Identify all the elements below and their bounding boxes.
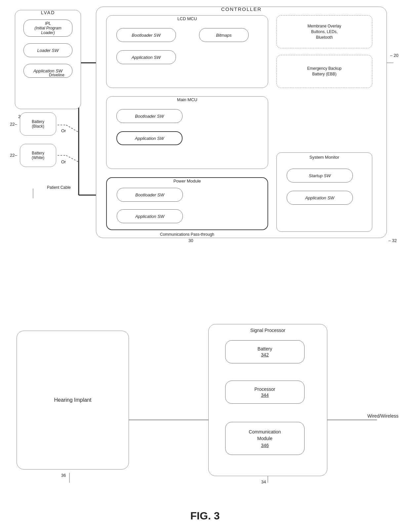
main-appsw-pill: Application SW (116, 131, 183, 145)
lcd-bootloader-label: Bootloader SW (132, 33, 160, 38)
processor-label: Processor (254, 387, 275, 392)
lvad-label: LVAD (15, 10, 81, 15)
lvad-appsw-pill: Application SW (23, 64, 72, 78)
system-monitor-label: System Monitor (277, 155, 372, 160)
battery-white-ref: 22– (10, 153, 17, 158)
or-label-1: Or (61, 128, 66, 133)
emergency-backup-label: Emergency BackupBattery (EBB) (307, 66, 342, 77)
signal-processor-label: Signal Processor (209, 328, 327, 333)
patient-cable-label: Patient Cable (47, 185, 71, 190)
signal-processor-comms-pill: CommunicationModule 346 (225, 422, 305, 455)
lcd-bitmaps-pill: Bitmaps (199, 28, 249, 42)
lvad-container: LVAD IPL(Initial Program Loader) Loader … (15, 10, 81, 109)
battery-label: Battery (258, 346, 272, 351)
power-module-label: Power Module (107, 179, 267, 184)
hearing-implant-container: Hearing Implant (17, 331, 129, 470)
lcd-bitmaps-label: Bitmaps (216, 33, 232, 38)
lvad-loader-label: Loader SW (37, 48, 59, 53)
svg-line-6 (66, 155, 79, 162)
pm-appfw-label: Application SW (135, 214, 164, 219)
battery-white-label: Battery(White) (32, 151, 45, 160)
battery-black-ref: 22– (10, 122, 17, 127)
sm-startup-label: Startup SW (309, 173, 331, 178)
or-label-2: Or (61, 159, 66, 164)
main-mcu-label: Main MCU (106, 97, 268, 102)
lvad-ipl-label: IPL(Initial Program Loader) (30, 21, 66, 35)
system-monitor-container: System Monitor Startup SW Application SW (276, 152, 372, 232)
diagram-area: LVAD IPL(Initial Program Loader) Loader … (0, 0, 410, 532)
main-bootloader-pill: Bootloader SW (116, 109, 183, 123)
membrane-overlay-container: Membrane OverlayButtons, LEDs,Bluetooth (276, 15, 372, 48)
lvad-loader-pill: Loader SW (23, 43, 72, 57)
battery-black-container: Battery(Black) (20, 112, 56, 136)
battery-ref: 342 (261, 352, 268, 357)
signal-processor-ref: 34 (261, 479, 266, 484)
signal-processor-processor-pill: Processor 344 (225, 381, 305, 404)
hearing-implant-ref: 36 (61, 473, 66, 478)
controller-ref: – 20 (390, 53, 398, 58)
processor-ref: 344 (261, 392, 268, 398)
power-module-container: Power Module Bootloader SW Application S… (106, 177, 268, 230)
comms-passthrough-label: Communications Pass-through (107, 232, 267, 237)
fig-label: FIG. 3 (0, 510, 410, 522)
comms-module-label: CommunicationModule (249, 429, 281, 442)
signal-processor-container: Signal Processor Battery 342 Processor 3… (208, 324, 327, 476)
system-monitor-ref: – 32 (389, 238, 397, 243)
sm-appfw-label: Application SW (305, 195, 334, 200)
wired-wireless-label: Wired/Wireless (367, 413, 398, 419)
battery-black-label: Battery(Black) (32, 119, 44, 129)
main-appsw-label: Application SW (135, 136, 164, 141)
emergency-backup-container: Emergency BackupBattery (EBB) (276, 55, 372, 88)
pm-appsw-pill: Application SW (117, 209, 183, 223)
sm-appfw-pill: Application SW (287, 191, 353, 205)
lcd-appsw-label: Application SW (132, 55, 161, 60)
sm-startup-pill: Startup SW (287, 169, 353, 183)
pm-bootloader-pill: Bootloader SW (117, 188, 183, 202)
battery-white-container: Battery(White) (20, 144, 56, 167)
lvad-ipl-pill: IPL(Initial Program Loader) (23, 20, 72, 37)
power-module-ref: 30 (188, 238, 193, 243)
driveline-label: Driveline (49, 73, 64, 77)
pm-bootloader-label: Bootloader SW (135, 192, 164, 197)
hearing-implant-label: Hearing Implant (54, 397, 92, 403)
signal-processor-battery-pill: Battery 342 (225, 340, 305, 363)
membrane-overlay-label: Membrane OverlayButtons, LEDs,Bluetooth (308, 23, 341, 40)
svg-line-4 (66, 125, 79, 132)
comms-module-ref: 346 (261, 443, 268, 448)
lcd-appsw-pill: Application SW (116, 50, 176, 64)
lcd-mcu-container: LCD MCU Bootloader SW Bitmaps Applicatio… (106, 15, 268, 88)
controller-label: CONTROLLER (96, 6, 387, 12)
main-mcu-container: Main MCU Bootloader SW Application SW (106, 96, 268, 169)
controller-container: CONTROLLER LCD MCU Bootloader SW Bitmaps… (96, 7, 387, 238)
main-bootloader-label: Bootloader SW (135, 114, 164, 119)
lcd-mcu-label: LCD MCU (106, 16, 268, 21)
lcd-bootloader-pill: Bootloader SW (116, 28, 176, 42)
